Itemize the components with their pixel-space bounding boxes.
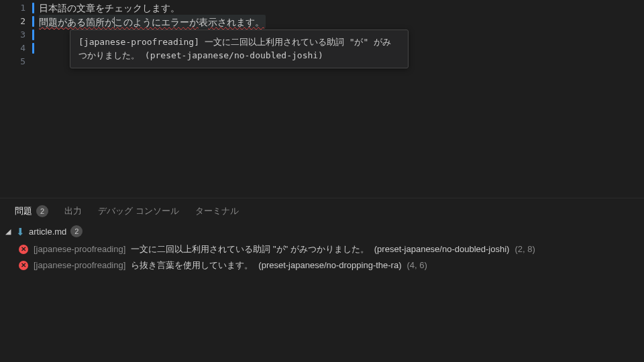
file-problem-count-badge: 2 xyxy=(70,225,83,237)
problem-source: [japanese-proofreading] xyxy=(34,259,125,272)
problems-list: ✕ [japanese-proofreading] 一文に二回以上利用されている… xyxy=(0,240,644,274)
problems-file-row[interactable]: ◢ ⬇ article.md 2 xyxy=(0,221,644,240)
code-content[interactable]: 日本語の文章をチェックします。 問題がある箇所がこのようにエラーが表示されます。… xyxy=(30,0,644,198)
line-number: 4 xyxy=(0,42,30,55)
file-name: article.md xyxy=(29,227,66,237)
line-number-gutter: 1 2 3 4 5 xyxy=(0,0,30,198)
line-number: 5 xyxy=(0,55,30,68)
error-squiggle[interactable]: 問題がある箇所が xyxy=(39,17,114,27)
diagnostic-hover-tooltip: [japanese-proofreading] 一文に二回以上利用されている助詞… xyxy=(70,29,409,68)
error-squiggle[interactable]: 示されます。 xyxy=(208,17,264,27)
problem-message: ら抜き言葉を使用しています。 xyxy=(131,259,253,272)
bottom-panel: 問題 2 出力 デバッグ コンソール ターミナル ◢ ⬇ article.md … xyxy=(0,198,644,362)
tab-problems[interactable]: 問題 2 xyxy=(15,205,48,217)
problem-item[interactable]: ✕ [japanese-proofreading] ら抜き言葉を使用しています。… xyxy=(19,257,644,274)
problems-count-badge: 2 xyxy=(36,205,48,217)
problem-rule: (preset-japanese/no-doubled-joshi) xyxy=(374,243,510,255)
code-line[interactable]: 日本語の文章をチェックします。 xyxy=(39,1,644,15)
line-number: 2 xyxy=(0,15,30,28)
code-line[interactable]: 問題がある箇所がこのようにエラーが表示されます。 xyxy=(39,15,644,28)
text-cursor xyxy=(114,17,115,27)
error-icon: ✕ xyxy=(19,261,28,270)
editor-area: 1 2 3 4 5 日本語の文章をチェックします。 問題がある箇所がこのようにエ… xyxy=(0,0,644,198)
tab-output[interactable]: 出力 xyxy=(64,205,82,217)
problem-location: (4, 6) xyxy=(407,259,427,272)
panel-tabs: 問題 2 出力 デバッグ コンソール ターミナル xyxy=(0,198,644,221)
tab-debug-console[interactable]: デバッグ コンソール xyxy=(98,205,179,217)
problem-item[interactable]: ✕ [japanese-proofreading] 一文に二回以上利用されている… xyxy=(19,241,644,257)
error-squiggle[interactable]: このようにエラーが xyxy=(114,17,199,27)
problem-source: [japanese-proofreading] xyxy=(34,243,125,255)
chevron-down-icon[interactable]: ◢ xyxy=(4,227,12,236)
markdown-file-icon: ⬇ xyxy=(16,227,25,237)
problem-rule: (preset-japanese/no-dropping-the-ra) xyxy=(258,259,401,272)
line-number: 1 xyxy=(0,1,30,15)
tab-terminal[interactable]: ターミナル xyxy=(195,205,239,217)
problem-location: (2, 8) xyxy=(515,243,535,255)
error-icon: ✕ xyxy=(19,245,28,254)
line-number: 3 xyxy=(0,28,30,42)
problem-message: 一文に二回以上利用されている助詞 "が" がみつかりました。 xyxy=(131,243,368,255)
